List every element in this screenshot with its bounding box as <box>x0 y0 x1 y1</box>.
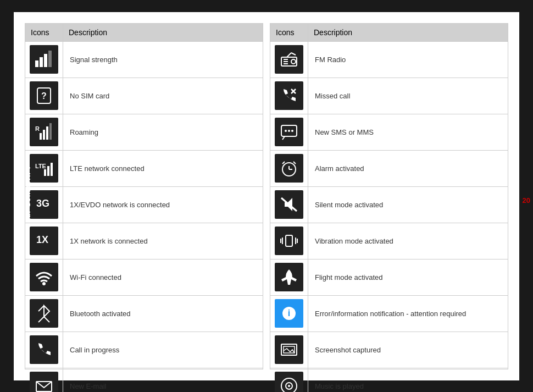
svg-line-35 <box>282 162 285 164</box>
desc-cell-wifi: Wi-Fi connected <box>63 259 263 295</box>
svg-point-20 <box>291 59 296 64</box>
icon-cell-screenshot <box>270 332 308 368</box>
desc-cell-3g: 1X/EVDO network is connected <box>63 186 263 223</box>
sms-icon <box>275 118 303 146</box>
desc-cell-lte: LTE network connected <box>63 150 263 186</box>
icon-cell-no-sim: ? <box>25 78 63 114</box>
icon-cell-flight <box>270 259 308 295</box>
left-header-icons: Icons <box>25 24 63 42</box>
desc-cell-no-sim: No SIM card <box>63 78 263 114</box>
svg-text:i: i <box>288 308 290 318</box>
3g-icon: 3G <box>30 190 58 219</box>
svg-rect-10 <box>49 123 52 140</box>
desc-cell-music: Music is played <box>308 368 508 392</box>
svg-rect-13 <box>47 166 49 176</box>
music-icon <box>275 372 303 392</box>
desc-cell-screenshot: Screenshot captured <box>308 332 508 368</box>
error-icon: i <box>275 299 303 328</box>
icon-cell-vibration <box>270 223 308 259</box>
page-number: 20 <box>523 196 530 205</box>
icon-cell-signal <box>25 41 63 78</box>
svg-line-24 <box>287 53 291 57</box>
wifi-icon <box>30 263 58 291</box>
svg-rect-0 <box>35 60 38 67</box>
flight-icon <box>275 263 303 291</box>
icon-cell-error: i <box>270 295 308 332</box>
desc-cell-vibration: Vibration mode activated <box>308 223 508 259</box>
svg-line-36 <box>293 162 296 164</box>
svg-point-49 <box>288 385 290 387</box>
icon-cell-call <box>25 332 63 368</box>
svg-rect-3 <box>48 51 52 67</box>
svg-rect-9 <box>46 126 48 140</box>
svg-line-37 <box>281 198 297 211</box>
table-row: ? No SIM card <box>25 78 263 114</box>
desc-cell-flight: Flight mode activated <box>308 259 508 295</box>
svg-text:1X: 1X <box>36 234 48 245</box>
lte-icon: LTE <box>30 154 58 183</box>
icon-cell-music <box>270 368 308 392</box>
icon-cell-roaming: R <box>25 114 63 150</box>
desc-cell-call: Call in progress <box>63 332 263 368</box>
right-table-wrapper: Icons Description FM Radio Missed call <box>270 23 508 369</box>
icon-cell-sms <box>270 114 308 150</box>
table-row: LTE LTE network connected <box>25 150 263 186</box>
desc-cell-silent: Silent mode activated <box>308 186 508 223</box>
icon-cell-1x: 1X <box>25 223 63 259</box>
vibration-icon <box>275 227 303 255</box>
icon-cell-fm-radio <box>270 41 308 78</box>
table-row: FM Radio <box>270 41 508 78</box>
table-row: Vibration mode activated <box>270 223 508 259</box>
icon-cell-missed-call <box>270 78 308 114</box>
icon-cell-bluetooth <box>25 295 63 332</box>
sidebar-label: Your Sonim XP7 <box>24 164 32 227</box>
desc-cell-fm-radio: FM Radio <box>308 41 508 78</box>
missed-call-icon <box>275 81 303 110</box>
content-area: Icons Description Signal strength ? No S… <box>14 12 519 380</box>
svg-rect-38 <box>286 235 292 246</box>
desc-cell-error: Error/information notification - attenti… <box>308 295 508 332</box>
table-row: Silent mode activated <box>270 186 508 223</box>
screenshot-icon <box>275 335 303 364</box>
right-table: Icons Description FM Radio Missed call <box>270 24 508 393</box>
table-row: New E-mail <box>25 368 263 392</box>
table-row: Flight mode activated <box>270 259 508 295</box>
svg-text:R: R <box>35 125 40 132</box>
left-table: Icons Description Signal strength ? No S… <box>25 24 263 393</box>
no-sim-icon: ? <box>30 81 58 110</box>
right-header-desc: Description <box>308 24 508 42</box>
desc-cell-signal: Signal strength <box>63 41 263 78</box>
page-container: Your Sonim XP7 20 Icons Description Sign… <box>14 12 519 380</box>
table-row: 1X 1X network is connected <box>25 223 263 259</box>
left-header-desc: Description <box>63 24 263 42</box>
table-row: Wi-Fi connected <box>25 259 263 295</box>
1x-icon: 1X <box>30 227 58 255</box>
desc-cell-roaming: Roaming <box>63 114 263 150</box>
desc-cell-alarm: Alarm activated <box>308 150 508 186</box>
signal-icon <box>30 45 58 74</box>
svg-point-31 <box>291 130 293 132</box>
icon-cell-alarm <box>270 150 308 186</box>
svg-text:LTE: LTE <box>35 163 46 169</box>
svg-rect-1 <box>40 57 43 67</box>
svg-rect-12 <box>44 169 46 176</box>
table-row: R Roaming <box>25 114 263 150</box>
svg-rect-14 <box>51 163 53 176</box>
svg-text:?: ? <box>41 91 47 101</box>
desc-cell-email: New E-mail <box>63 368 263 392</box>
table-row: i Error/information notification - atten… <box>270 295 508 332</box>
desc-cell-bluetooth: Bluetooth activated <box>63 295 263 332</box>
roaming-icon: R <box>30 118 58 146</box>
svg-line-25 <box>291 53 296 55</box>
call-icon <box>30 335 58 364</box>
svg-point-29 <box>285 130 287 132</box>
bluetooth-icon <box>30 299 58 328</box>
svg-rect-8 <box>43 130 45 140</box>
svg-point-17 <box>42 282 46 285</box>
icon-cell-silent <box>270 186 308 223</box>
desc-cell-missed-call: Missed call <box>308 78 508 114</box>
table-row: Music is played <box>270 368 508 392</box>
right-header-icons: Icons <box>270 24 308 42</box>
silent-icon <box>275 190 303 219</box>
svg-rect-2 <box>44 54 47 67</box>
